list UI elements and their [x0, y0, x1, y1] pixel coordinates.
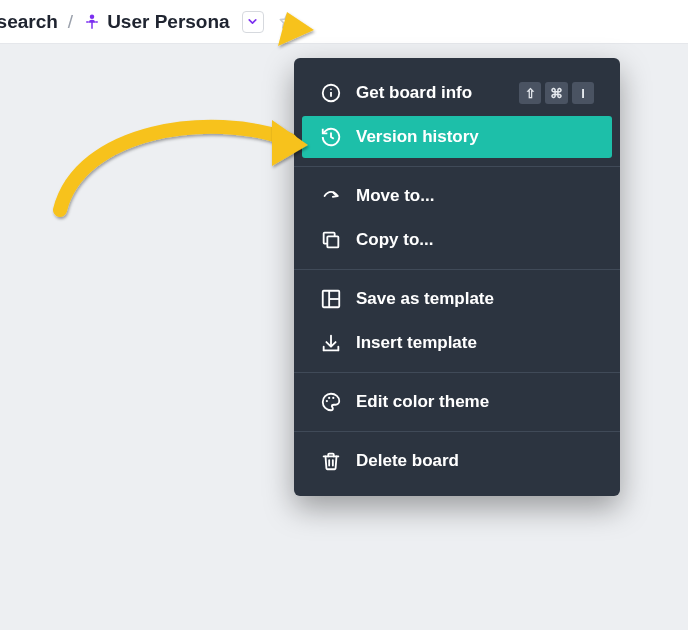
move-icon — [320, 185, 342, 207]
palette-icon — [320, 391, 342, 413]
info-icon — [320, 82, 342, 104]
menu-item-save-template[interactable]: Save as template — [302, 278, 612, 320]
chevron-down-icon — [246, 15, 259, 28]
svg-point-10 — [326, 400, 328, 402]
key-shift: ⇧ — [519, 82, 541, 104]
shortcut-keys: ⇧ ⌘ I — [519, 82, 594, 104]
menu-group: Move to... Copy to... — [294, 166, 620, 269]
menu-item-move-to[interactable]: Move to... — [302, 175, 612, 217]
board-dropdown-menu: Get board info ⇧ ⌘ I Version history — [294, 58, 620, 496]
svg-point-0 — [90, 14, 95, 19]
star-icon — [277, 12, 297, 32]
key-cmd: ⌘ — [545, 82, 568, 104]
menu-item-label: Insert template — [356, 333, 594, 353]
svg-point-11 — [328, 397, 330, 399]
favorite-button[interactable] — [276, 11, 298, 33]
svg-rect-1 — [86, 21, 89, 23]
menu-item-insert-template[interactable]: Insert template — [302, 322, 612, 364]
template-insert-icon — [320, 332, 342, 354]
board-menu-toggle[interactable] — [242, 11, 264, 33]
menu-item-label: Copy to... — [356, 230, 594, 250]
copy-icon — [320, 229, 342, 251]
menu-group: Edit color theme — [294, 372, 620, 431]
breadcrumb-bar: esearch / User Persona — [0, 0, 688, 44]
menu-group: Delete board — [294, 431, 620, 490]
svg-rect-2 — [95, 21, 98, 23]
svg-point-5 — [330, 88, 332, 90]
menu-item-label: Save as template — [356, 289, 594, 309]
svg-point-12 — [332, 397, 334, 399]
menu-group: Save as template Insert template — [294, 269, 620, 372]
menu-item-label: Edit color theme — [356, 392, 594, 412]
menu-item-label: Version history — [356, 127, 594, 147]
menu-group: Get board info ⇧ ⌘ I Version history — [294, 64, 620, 166]
menu-item-version-history[interactable]: Version history — [302, 116, 612, 158]
breadcrumb-current[interactable]: User Persona — [107, 11, 230, 33]
persona-icon — [83, 13, 101, 31]
menu-item-get-board-info[interactable]: Get board info ⇧ ⌘ I — [302, 72, 612, 114]
menu-item-label: Delete board — [356, 451, 594, 471]
svg-rect-6 — [327, 236, 338, 247]
menu-item-label: Get board info — [356, 83, 505, 103]
menu-item-delete-board[interactable]: Delete board — [302, 440, 612, 482]
breadcrumb-separator: / — [68, 11, 73, 33]
menu-item-edit-color-theme[interactable]: Edit color theme — [302, 381, 612, 423]
history-icon — [320, 126, 342, 148]
menu-item-copy-to[interactable]: Copy to... — [302, 219, 612, 261]
annotation-arrow-version-history — [50, 90, 320, 240]
key-letter: I — [572, 82, 594, 104]
template-save-icon — [320, 288, 342, 310]
menu-item-label: Move to... — [356, 186, 594, 206]
breadcrumb-prev[interactable]: esearch — [0, 11, 58, 33]
trash-icon — [320, 450, 342, 472]
